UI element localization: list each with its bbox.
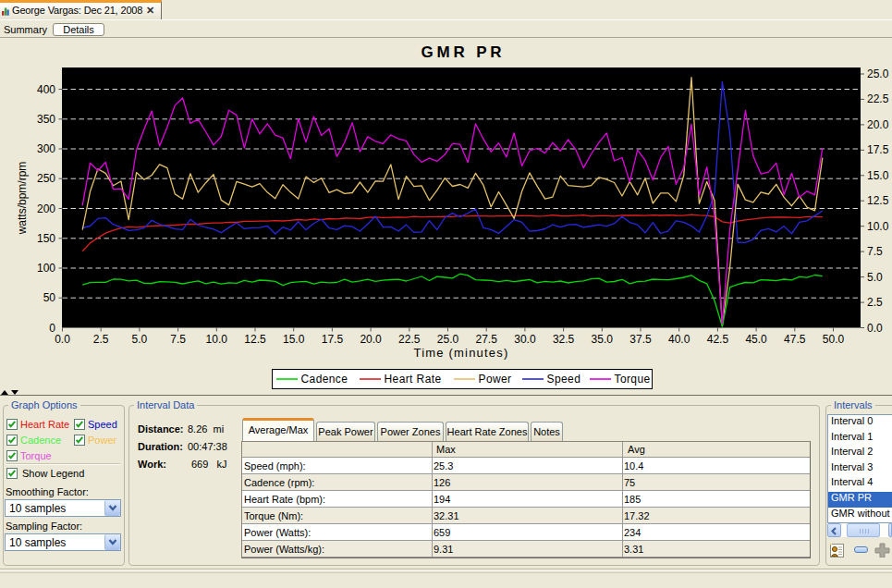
svg-text:25.0: 25.0	[437, 333, 459, 346]
svg-text:Power: Power	[479, 373, 512, 386]
svg-text:45.0: 45.0	[745, 333, 767, 346]
svg-text:22.5: 22.5	[398, 333, 421, 346]
svg-text:0.0: 0.0	[867, 322, 883, 335]
svg-text:7.5: 7.5	[170, 333, 186, 346]
svg-text:35.0: 35.0	[592, 333, 614, 346]
svg-text:10.0: 10.0	[867, 220, 889, 233]
svg-text:42.5: 42.5	[707, 333, 729, 346]
svg-text:17.5: 17.5	[867, 143, 889, 156]
svg-text:Heart Rate: Heart Rate	[385, 373, 442, 386]
svg-text:300: 300	[37, 142, 55, 155]
svg-text:50.0: 50.0	[823, 333, 845, 346]
svg-text:GMR PR: GMR PR	[422, 43, 506, 61]
svg-text:150: 150	[37, 232, 55, 245]
svg-text:2.5: 2.5	[867, 296, 883, 309]
svg-text:5.0: 5.0	[132, 333, 148, 346]
svg-text:0.0: 0.0	[55, 333, 70, 346]
svg-text:12.5: 12.5	[867, 194, 889, 207]
svg-text:50: 50	[43, 291, 56, 304]
svg-text:100: 100	[37, 262, 55, 275]
svg-text:47.5: 47.5	[784, 333, 806, 346]
svg-text:2.5: 2.5	[93, 333, 109, 346]
svg-text:Cadence: Cadence	[301, 373, 348, 386]
svg-text:400: 400	[37, 83, 55, 96]
svg-text:37.5: 37.5	[629, 333, 652, 346]
svg-text:15.0: 15.0	[283, 333, 305, 346]
svg-text:27.5: 27.5	[476, 333, 498, 346]
svg-text:Torque: Torque	[615, 373, 651, 386]
svg-text:Time (minutes): Time (minutes)	[414, 346, 509, 360]
svg-text:250: 250	[37, 172, 55, 185]
svg-text:350: 350	[37, 113, 55, 126]
svg-text:32.5: 32.5	[553, 333, 575, 346]
svg-text:15.0: 15.0	[867, 169, 889, 182]
svg-text:Speed: Speed	[547, 373, 581, 386]
svg-text:20.0: 20.0	[360, 333, 382, 346]
svg-text:20.0: 20.0	[867, 118, 889, 131]
svg-text:5.0: 5.0	[867, 271, 883, 284]
svg-text:10.0: 10.0	[206, 333, 228, 346]
svg-text:17.5: 17.5	[322, 333, 344, 346]
svg-text:22.5: 22.5	[867, 92, 889, 105]
svg-text:25.0: 25.0	[867, 67, 889, 80]
svg-text:7.5: 7.5	[867, 245, 883, 258]
svg-text:12.5: 12.5	[244, 333, 266, 346]
svg-text:watts/bpm/rpm: watts/bpm/rpm	[16, 162, 29, 236]
svg-text:200: 200	[37, 202, 55, 215]
svg-text:30.0: 30.0	[514, 333, 536, 346]
svg-text:40.0: 40.0	[668, 333, 690, 346]
